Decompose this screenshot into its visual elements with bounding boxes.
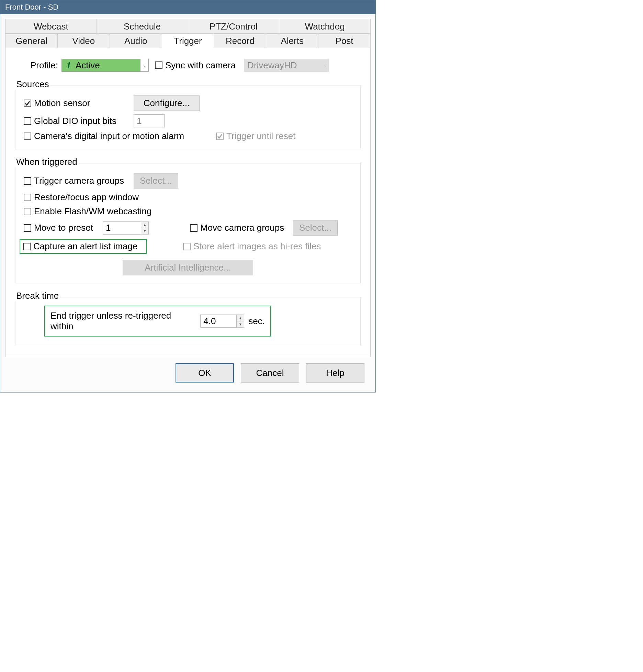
checkbox-icon: [24, 177, 31, 185]
checkbox-icon: [23, 243, 31, 250]
global-dio-check[interactable]: Global DIO input bits: [24, 116, 134, 126]
move-camera-groups-label: Move camera groups: [200, 223, 284, 233]
restore-focus-row: Restore/focus app window: [24, 192, 352, 203]
arrow-up-icon[interactable]: ▲: [141, 222, 148, 228]
sync-with-camera-check[interactable]: Sync with camera: [155, 60, 236, 71]
tab-trigger[interactable]: Trigger: [162, 33, 214, 48]
window-title: Front Door - SD: [5, 3, 58, 12]
move-preset-check[interactable]: Move to preset: [24, 223, 103, 233]
cancel-button[interactable]: Cancel: [241, 363, 299, 383]
checkbox-icon: [183, 243, 191, 250]
enable-flash-label: Enable Flash/WM webcasting: [34, 206, 151, 217]
camera-select: DrivewayHD ⌄: [244, 59, 329, 72]
profile-row: Profile: 1 Active ⌄ Sync with camera Dri…: [30, 59, 361, 72]
tab-body-trigger: Profile: 1 Active ⌄ Sync with camera Dri…: [5, 48, 371, 357]
camera-select-value: DrivewayHD: [247, 60, 297, 71]
move-preset-label: Move to preset: [34, 223, 93, 233]
move-preset-value[interactable]: 1: [103, 222, 141, 234]
spinner-arrows[interactable]: ▲ ▼: [236, 315, 244, 327]
chevron-down-icon: ⌄: [324, 63, 327, 68]
capture-alert-label: Capture an alert list image: [33, 241, 137, 252]
trigger-groups-row: Trigger camera groups Select...: [24, 173, 352, 189]
move-camera-groups-check[interactable]: Move camera groups: [190, 223, 293, 233]
checkbox-icon: [190, 224, 198, 232]
store-hires-check: Store alert images as hi-res files: [183, 241, 321, 252]
arrow-down-icon[interactable]: ▼: [141, 228, 148, 234]
select-groups-button-1: Select...: [134, 173, 178, 189]
window-titlebar[interactable]: Front Door - SD: [0, 0, 375, 14]
cam-digital-label: Camera's digital input or motion alarm: [34, 131, 184, 141]
arrow-down-icon[interactable]: ▼: [237, 321, 244, 328]
tab-alerts[interactable]: Alerts: [266, 33, 318, 48]
sources-group: Sources Motion sensor Configure... Globa…: [15, 86, 361, 149]
restore-focus-check[interactable]: Restore/focus app window: [24, 192, 139, 203]
enable-flash-row: Enable Flash/WM webcasting: [24, 206, 352, 217]
tab-video[interactable]: Video: [57, 33, 110, 48]
when-triggered-label: When triggered: [15, 157, 79, 167]
trigger-camera-groups-check[interactable]: Trigger camera groups: [24, 175, 134, 186]
break-time-label: Break time: [15, 291, 60, 301]
profile-label: Profile:: [30, 60, 58, 71]
sync-with-camera-label: Sync with camera: [165, 60, 236, 71]
configure-button[interactable]: Configure...: [134, 95, 200, 111]
tab-row-bottom: General Video Audio Trigger Record Alert…: [5, 33, 371, 48]
spinner-arrows[interactable]: ▲ ▼: [141, 222, 148, 234]
motion-sensor-label: Motion sensor: [34, 98, 90, 109]
checkbox-icon: [24, 208, 31, 215]
chevron-down-icon: ⌄: [140, 59, 148, 71]
tab-row-top: Webcast Schedule PTZ/Control Watchdog: [5, 19, 371, 33]
checkbox-icon: [24, 194, 31, 201]
profile-select[interactable]: 1 Active ⌄: [61, 59, 149, 72]
help-button[interactable]: Help: [306, 363, 364, 383]
artificial-intelligence-button: Artificial Intelligence...: [123, 260, 253, 275]
break-time-highlight: End trigger unless re-triggered within 4…: [44, 306, 271, 337]
tab-record[interactable]: Record: [214, 33, 266, 48]
trigger-until-reset-label: Trigger until reset: [226, 131, 295, 141]
global-dio-label: Global DIO input bits: [34, 116, 116, 126]
cam-digital-check[interactable]: Camera's digital input or motion alarm: [24, 131, 202, 141]
break-time-group: Break time End trigger unless re-trigger…: [15, 297, 361, 345]
sources-group-label: Sources: [15, 79, 50, 90]
ok-button[interactable]: OK: [176, 363, 234, 383]
capture-alert-check[interactable]: Capture an alert list image: [23, 241, 137, 252]
break-time-text2: sec.: [248, 316, 265, 327]
motion-sensor-row: Motion sensor Configure...: [24, 95, 352, 111]
store-hires-label: Store alert images as hi-res files: [193, 241, 321, 252]
enable-flash-check[interactable]: Enable Flash/WM webcasting: [24, 206, 151, 217]
tab-webcast[interactable]: Webcast: [5, 19, 97, 33]
when-triggered-group: When triggered Trigger camera groups Sel…: [15, 163, 361, 283]
select-groups-button-2: Select...: [293, 220, 338, 236]
profile-number: 1: [64, 60, 74, 71]
config-window: Front Door - SD Webcast Schedule PTZ/Con…: [0, 0, 376, 392]
global-dio-row: Global DIO input bits 1: [24, 114, 352, 127]
motion-sensor-check[interactable]: Motion sensor: [24, 98, 134, 109]
dialog-footer: OK Cancel Help: [5, 357, 371, 389]
checkbox-icon: [24, 224, 31, 232]
trigger-camera-groups-label: Trigger camera groups: [34, 175, 124, 186]
tab-post[interactable]: Post: [318, 33, 371, 48]
move-preset-row: Move to preset 1 ▲ ▼ Move camera groups …: [24, 220, 352, 236]
capture-alert-highlight: Capture an alert list image: [20, 239, 147, 254]
profile-text: Active: [76, 60, 100, 71]
capture-alert-row: Capture an alert list image Store alert …: [20, 239, 352, 254]
break-time-value[interactable]: 4.0: [201, 315, 236, 327]
arrow-up-icon[interactable]: ▲: [237, 315, 244, 321]
tab-schedule[interactable]: Schedule: [97, 19, 188, 33]
tab-watchdog[interactable]: Watchdog: [279, 19, 371, 33]
trigger-until-reset-check: Trigger until reset: [216, 131, 295, 141]
checkbox-icon: [155, 61, 162, 69]
break-time-spinner[interactable]: 4.0 ▲ ▼: [200, 315, 244, 328]
move-preset-spinner[interactable]: 1 ▲ ▼: [103, 221, 149, 235]
global-dio-input[interactable]: 1: [134, 114, 165, 127]
cam-digital-row: Camera's digital input or motion alarm T…: [24, 131, 352, 141]
break-time-text1: End trigger unless re-triggered within: [50, 310, 196, 332]
restore-focus-label: Restore/focus app window: [34, 192, 139, 203]
tab-ptz-control[interactable]: PTZ/Control: [188, 19, 280, 33]
checkbox-icon: [24, 133, 31, 140]
ai-row: Artificial Intelligence...: [24, 260, 352, 275]
checkbox-icon: [216, 133, 224, 140]
tab-general[interactable]: General: [5, 33, 58, 48]
checkbox-icon: [24, 100, 31, 107]
tab-audio[interactable]: Audio: [110, 33, 162, 48]
window-content: Webcast Schedule PTZ/Control Watchdog Ge…: [0, 14, 375, 392]
